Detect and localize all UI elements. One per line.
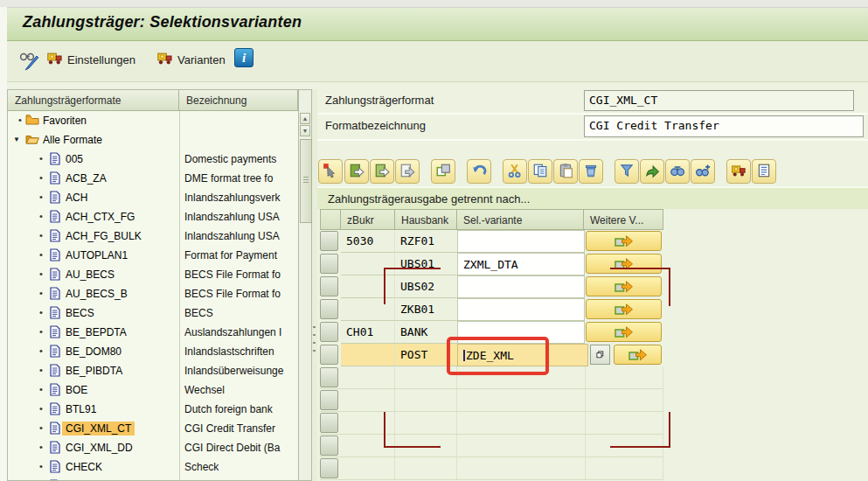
- row-selector[interactable]: [320, 413, 338, 433]
- cell-zbukr[interactable]: [341, 344, 395, 366]
- tree-item-ach-fg-bulk[interactable]: •ACH_FG_BULKInlandszahlung USA: [8, 227, 298, 246]
- cell-zbukr[interactable]: [341, 275, 395, 298]
- bullet-icon: •: [39, 384, 43, 394]
- cell-sel-variante[interactable]: [457, 230, 585, 253]
- cell-sel-variante[interactable]: ZDE_XML: [457, 344, 588, 366]
- tree-item-desc: Inlandslastschriften: [184, 345, 296, 358]
- cell-zbukr[interactable]: [341, 298, 395, 321]
- insert-row-button[interactable]: [344, 159, 369, 184]
- weitere-varianten-button[interactable]: [614, 345, 662, 365]
- transport-button[interactable]: [726, 159, 751, 184]
- row-selector[interactable]: [320, 231, 338, 251]
- copy-block-button[interactable]: [431, 159, 455, 184]
- grid-line: [394, 366, 395, 389]
- tree-header-formats[interactable]: Zahlungsträgerformate: [8, 90, 179, 111]
- select-button[interactable]: [318, 159, 343, 184]
- tree-item-alle-formate[interactable]: ▼Alle Formate: [8, 130, 298, 150]
- tree-item-au-becs[interactable]: •AU_BECSBECS File Format fo: [8, 265, 298, 284]
- column-header-zbukr[interactable]: zBukr: [341, 209, 395, 230]
- cell-zbukr[interactable]: CH01: [341, 321, 395, 344]
- row-selector[interactable]: [320, 390, 338, 410]
- tree-item-005[interactable]: •005Domestic payments: [8, 150, 298, 169]
- text-cursor: [463, 350, 465, 361]
- append-row-button[interactable]: [395, 159, 420, 184]
- format-description-field[interactable]: CGI Credit Transfer: [584, 115, 864, 137]
- goto-arrow-icon: [614, 301, 634, 318]
- scrollbar-thumb[interactable]: [300, 139, 312, 223]
- delete-button[interactable]: [579, 159, 603, 184]
- format-field[interactable]: CGI_XML_CT: [584, 90, 854, 111]
- weitere-varianten-button[interactable]: [586, 276, 662, 296]
- tree-item-au-becs-b[interactable]: •AU_BECS_BBECS File Format fo: [8, 284, 298, 303]
- tree-item-favoriten[interactable]: •Favoriten: [8, 111, 298, 130]
- find-button[interactable]: [665, 159, 690, 184]
- column-header-sel-variante[interactable]: Sel.-variante: [457, 209, 584, 230]
- cell-hausbank[interactable]: BANK: [395, 321, 457, 344]
- tree-item-be-pibdta[interactable]: •BE_PIBDTAInlandsüberweisunge: [8, 361, 298, 380]
- table-row: 5030RZF01: [317, 230, 667, 253]
- row-selector[interactable]: [320, 276, 338, 296]
- cell-hausbank[interactable]: UBS01: [395, 253, 457, 275]
- cell-sel-variante[interactable]: ZXML_DTA: [457, 253, 585, 275]
- paste-button[interactable]: [553, 159, 578, 184]
- tree-item-desc: Domestic payments: [184, 153, 296, 165]
- row-selector[interactable]: [320, 254, 338, 274]
- tree-scrollbar: ▲ ▼: [298, 89, 312, 481]
- cell-hausbank[interactable]: POST: [395, 344, 457, 366]
- row-selector[interactable]: [320, 299, 338, 319]
- sort-button[interactable]: [640, 159, 664, 184]
- row-selector[interactable]: [320, 436, 338, 456]
- filter-button[interactable]: [615, 159, 639, 184]
- cell-sel-variante[interactable]: [457, 321, 585, 344]
- column-header-weitere-v-[interactable]: Weitere V...: [584, 209, 663, 230]
- folder-icon: [25, 114, 39, 128]
- cell-zbukr[interactable]: 5030: [341, 230, 395, 253]
- info-button[interactable]: i: [234, 48, 253, 67]
- row-selector[interactable]: [320, 322, 338, 342]
- copy-button[interactable]: [528, 159, 552, 184]
- weitere-varianten-button[interactable]: [586, 299, 662, 319]
- varianten-button[interactable]: Varianten: [154, 48, 228, 71]
- tree-header-bezeichnung[interactable]: Bezeichnung: [179, 90, 298, 111]
- chevron-down-icon[interactable]: ▼: [13, 136, 20, 143]
- tree-item-cgi-xml-ct[interactable]: •CGI_XML_CTCGI Credit Transfer: [8, 419, 298, 438]
- tree-item-label: ACH_CTX_FG: [66, 211, 135, 223]
- tree-item-ach-ctx-fg[interactable]: •ACH_CTX_FGInlandszahlung USA: [8, 207, 298, 227]
- cell-zbukr[interactable]: [341, 253, 395, 275]
- tree-item-boe[interactable]: •BOEWechsel: [8, 380, 298, 400]
- weitere-varianten-button[interactable]: [586, 322, 662, 342]
- weitere-varianten-button[interactable]: [586, 231, 662, 251]
- weitere-varianten-button[interactable]: [586, 254, 662, 274]
- tree-item-autoplan1[interactable]: •AUTOPLAN1Format for Payment: [8, 246, 298, 265]
- find-next-button[interactable]: [691, 159, 715, 184]
- einstellungen-button[interactable]: Einstellungen: [44, 48, 138, 71]
- cell-hausbank[interactable]: UBS02: [395, 275, 457, 298]
- list-button[interactable]: [752, 159, 776, 184]
- tree-item-be-bepdta[interactable]: •BE_BEPDTAAuslandszahlungen I: [8, 323, 298, 342]
- scroll-down-icon[interactable]: ▼: [300, 125, 310, 136]
- cell-hausbank[interactable]: RZF01: [395, 230, 457, 253]
- cell-hausbank[interactable]: ZKB01: [395, 298, 457, 321]
- cell-sel-variante[interactable]: [457, 298, 585, 321]
- cell-sel-variante[interactable]: [457, 275, 585, 298]
- display-change-button[interactable]: [16, 48, 44, 75]
- tree-item-acb-za[interactable]: •ACB_ZADME format tree fo: [8, 169, 298, 188]
- tree-item-cgi-xml-dd[interactable]: •CGI_XML_DDCGI Direct Debit (Ba: [8, 438, 298, 457]
- scroll-up-icon[interactable]: ▲: [300, 113, 310, 124]
- tree-item-label: ACB_ZA: [66, 172, 107, 185]
- undo-button[interactable]: [467, 159, 491, 184]
- tree-item-becs[interactable]: •BECSBECS: [8, 303, 298, 323]
- tree-item-btl91[interactable]: •BTL91Dutch foreign bank: [8, 400, 298, 419]
- cut-button[interactable]: [503, 159, 527, 184]
- column-header-hausbank[interactable]: Hausbank: [395, 209, 457, 230]
- tree-item-check-fg-bulk[interactable]: •CHECK_FG_BULKInlandsscheck USA: [8, 477, 298, 481]
- row-selector[interactable]: [320, 458, 338, 478]
- tree-item-ach[interactable]: •ACHInlandszahlungsverk: [8, 188, 298, 207]
- insert-row-after-button[interactable]: [370, 159, 394, 184]
- bullet-icon: •: [39, 268, 43, 279]
- multiple-selection-button[interactable]: [590, 345, 610, 365]
- tree-item-be-dom80[interactable]: •BE_DOM80Inlandslastschriften: [8, 342, 298, 361]
- row-selector[interactable]: [320, 345, 338, 365]
- tree-item-check[interactable]: •CHECKScheck: [8, 457, 298, 477]
- row-selector[interactable]: [320, 367, 338, 387]
